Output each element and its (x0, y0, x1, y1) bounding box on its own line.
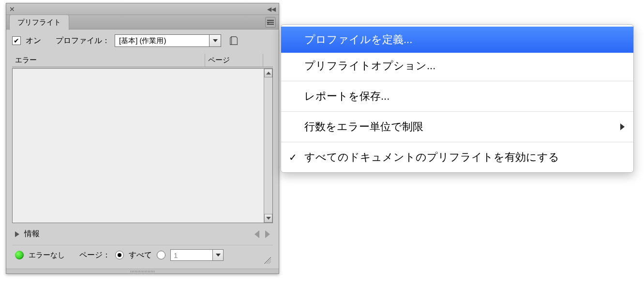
error-table-header: エラー ページ (12, 54, 273, 67)
panel-drag-handle[interactable] (6, 269, 279, 273)
menu-item-label: プロファイルを定義... (304, 32, 412, 47)
chevron-down-icon (216, 254, 221, 257)
tab-label: プリフライト (17, 18, 61, 26)
menu-separator (281, 111, 633, 112)
error-list[interactable] (12, 68, 273, 223)
dropdown-arrow (209, 35, 221, 46)
flyout-menu-button[interactable] (265, 17, 276, 28)
profile-dropdown[interactable]: [基本] (作業用) (115, 34, 221, 47)
resize-grip-icon[interactable] (264, 257, 271, 264)
menu-item[interactable]: プリフライトオプション... (281, 53, 633, 79)
status-row: エラーなし ページ： すべて 1 (12, 245, 273, 266)
collapse-icon[interactable]: ◀◀ (267, 6, 276, 13)
embed-profile-icon[interactable] (229, 35, 240, 46)
status-text: エラーなし (29, 251, 65, 260)
menu-item-label: プリフライトオプション... (304, 59, 435, 73)
check-icon: ✓ (289, 151, 297, 163)
menu-item[interactable]: ✓すべてのドキュメントのプリフライトを有効にする (281, 144, 633, 170)
close-icon[interactable]: ✕ (9, 5, 15, 13)
menu-item[interactable]: プロファイルを定義... (281, 27, 633, 53)
scroll-down-button[interactable] (264, 214, 272, 223)
profile-value: [基本] (作業用) (115, 36, 209, 45)
profile-label: プロファイル： (56, 36, 110, 46)
flyout-menu: プロファイルを定義...プリフライトオプション...レポートを保存...行数をエ… (281, 24, 634, 173)
radio-range[interactable] (157, 251, 165, 259)
col-page: ページ (205, 54, 263, 67)
chevron-down-icon (266, 217, 271, 220)
scrollbar[interactable] (264, 69, 272, 223)
menu-item-label: レポートを保存... (304, 89, 389, 104)
radio-all[interactable] (115, 251, 124, 259)
next-error-button[interactable] (265, 230, 270, 238)
chevron-down-icon (213, 39, 218, 42)
prev-error-button[interactable] (255, 230, 259, 238)
submenu-arrow-icon (620, 123, 625, 130)
page-range-value: 1 (171, 251, 212, 259)
preflight-panel: ✕ ◀◀ プリフライト ✔ オン プロファイル： [基本] (作業用) エラー … (6, 3, 279, 274)
col-error: エラー (12, 54, 205, 67)
status-led-icon (15, 251, 24, 259)
menu-icon (267, 22, 270, 24)
menu-separator (281, 81, 633, 81)
panel-titlebar[interactable]: ✕ ◀◀ (6, 3, 279, 15)
radio-all-label: すべて (129, 250, 152, 260)
menu-item[interactable]: レポートを保存... (281, 83, 633, 109)
page-label: ページ： (79, 250, 110, 260)
on-checkbox[interactable]: ✔ (12, 36, 21, 45)
menu-separator (281, 142, 633, 142)
page-range-dropdown[interactable]: 1 (170, 249, 224, 261)
on-label: オン (26, 36, 41, 46)
panel-body: ✔ オン プロファイル： [基本] (作業用) エラー ページ (6, 30, 279, 269)
panel-tab-strip: プリフライト (6, 15, 279, 30)
tab-preflight[interactable]: プリフライト (9, 15, 69, 30)
menu-item-label: 行数をエラー単位で制限 (304, 120, 423, 134)
check-icon: ✔ (14, 37, 19, 44)
info-label: 情報 (24, 229, 40, 239)
info-row: 情報 (12, 223, 273, 245)
menu-item-label: すべてのドキュメントのプリフライトを有効にする (304, 150, 559, 165)
menu-item[interactable]: 行数をエラー単位で制限 (281, 114, 633, 140)
chevron-up-icon (266, 72, 271, 75)
scroll-up-button[interactable] (264, 69, 272, 77)
disclosure-triangle-icon[interactable] (15, 231, 19, 237)
